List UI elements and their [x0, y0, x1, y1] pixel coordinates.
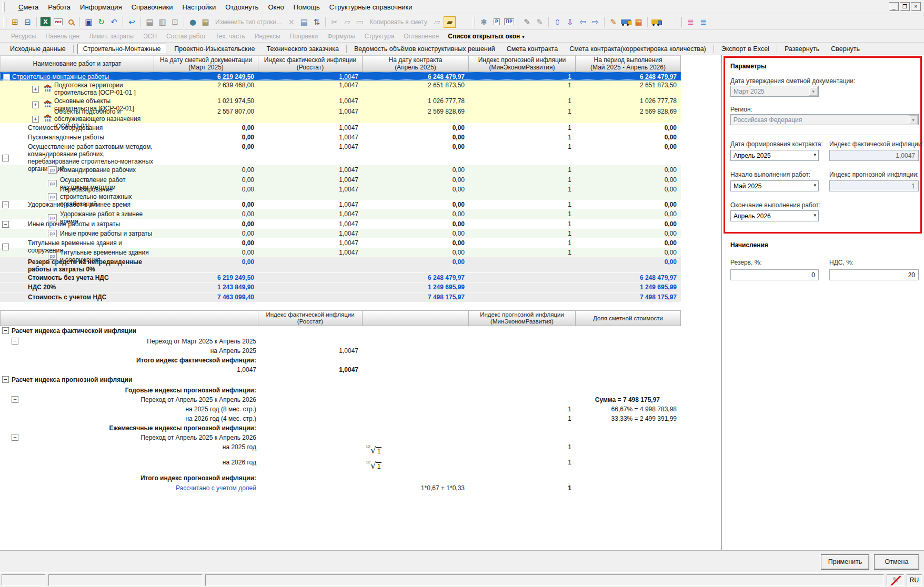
calc-column-header-4[interactable]: Индекс прогнозной инфляции (МинЭкономРаз…: [469, 310, 576, 326]
tab-6[interactable]: Смета контракта: [501, 44, 564, 54]
globe-icon[interactable]: ●: [187, 16, 199, 28]
resources-gear-icon[interactable]: ✱: [478, 16, 490, 28]
menu-item-7[interactable]: Окно: [263, 1, 288, 13]
paste-icon[interactable]: ▭: [354, 16, 366, 28]
calc-row[interactable]: на 2026 год (4 мес. стр.)133,33% = 2 499…: [0, 414, 681, 423]
panel-button-8[interactable]: Поправки: [285, 32, 323, 41]
expand-toggle[interactable]: −: [12, 338, 18, 345]
calc-column-header-1[interactable]: [0, 310, 258, 326]
calc-row[interactable]: на Апрель 20251,0047: [0, 346, 681, 356]
expand-toggle[interactable]: −: [12, 434, 18, 441]
open-windows-button[interactable]: Список открытых окон▾: [444, 32, 529, 41]
cancel-button[interactable]: Отмена: [874, 554, 919, 570]
reserve-input[interactable]: 0: [730, 269, 819, 280]
sheet-calc-icon[interactable]: ▤: [298, 16, 310, 28]
calc-row[interactable]: Итого индекс прогнозной инфляции:: [0, 473, 681, 483]
change-row-type-button[interactable]: Изменить тип строки...: [212, 18, 285, 26]
expand-toggle[interactable]: −: [12, 396, 18, 403]
panel-button-6[interactable]: Тех. часть: [210, 32, 249, 41]
work-end-select[interactable]: Апрель 2026 ▾: [730, 210, 819, 221]
calc-row[interactable]: на 2025 год (8 мес. стр.)166,67% = 4 998…: [0, 404, 681, 414]
column-header-5[interactable]: Индекс прогнозной инфляции (МинЭкономРаз…: [469, 55, 576, 72]
edit-norm-icon[interactable]: ✎: [521, 16, 533, 28]
calc-row[interactable]: на 2026 год12√11: [0, 458, 681, 473]
cut-icon[interactable]: ✂: [328, 16, 340, 28]
save-icon[interactable]: ▣: [83, 16, 95, 28]
menu-item-4[interactable]: Справочники: [127, 1, 178, 13]
menu-item-9[interactable]: Структурные справочники: [325, 1, 417, 13]
table-row[interactable]: −Осуществление работ вахтовым методом, к…: [0, 142, 681, 165]
menu-item-5[interactable]: Настройки: [177, 1, 220, 13]
column-header-1[interactable]: Наименование работ и затрат: [0, 55, 154, 72]
expand-toggle[interactable]: +: [32, 86, 39, 93]
calc-row[interactable]: Ежемесячные индексы прогнозной инфляции:: [0, 423, 681, 433]
comment-gear-icon[interactable]: ⊡: [169, 16, 181, 28]
panel-button-4[interactable]: ЭСН: [138, 32, 162, 41]
insert-row-above-icon[interactable]: ⇧: [551, 16, 564, 28]
delete-norm-icon[interactable]: ✎: [534, 16, 546, 28]
refresh-icon[interactable]: ↻: [95, 16, 107, 28]
vat-input[interactable]: 20: [829, 269, 919, 280]
menu-item-2[interactable]: Работа: [43, 1, 75, 13]
menu-item-8[interactable]: Помощь: [289, 1, 325, 13]
contract-date-select[interactable]: Апрель 2025 ▾: [730, 150, 819, 161]
tab-4[interactable]: Технического заказчика: [261, 44, 345, 54]
calc-column-header-2[interactable]: Индекс фактической инфляции (Росстат): [258, 310, 363, 326]
search-icon[interactable]: [65, 16, 77, 28]
copy-icon[interactable]: ▱: [341, 16, 353, 28]
table-row[interactable]: Стоимость без учета НДС6 219 249,506 248…: [0, 273, 681, 282]
tab-3[interactable]: Проектно-Изыскательские: [168, 44, 260, 54]
panel-button-3[interactable]: Лимит. затраты: [84, 32, 138, 41]
books-pink-icon[interactable]: ≣: [685, 16, 697, 28]
undo-block-icon[interactable]: ↩: [126, 16, 138, 28]
menu-item-1[interactable]: Смета: [14, 1, 43, 13]
undo-icon[interactable]: ↶: [108, 16, 120, 28]
calc-row[interactable]: Рассчитано с учетом долей1*0,67 + 1*0,33…: [0, 483, 681, 494]
expand-toggle[interactable]: −: [2, 376, 9, 383]
calc-row[interactable]: −Расчет индекса фактической инфляции: [0, 326, 681, 337]
pencil-ruler-icon[interactable]: ✎: [607, 16, 619, 28]
indent-row-icon[interactable]: ⇨: [589, 16, 601, 28]
row-type-alt-icon[interactable]: ▥: [156, 16, 168, 28]
tab-8[interactable]: Экспорт в Excel: [716, 44, 775, 54]
table-row[interactable]: +Основные объекты строительства [ОСР-02-…: [0, 96, 681, 107]
column-header-2[interactable]: На дату сметной документации (Март 2025): [154, 55, 258, 72]
minimize-button[interactable]: _: [889, 2, 899, 11]
table-row[interactable]: Резерв средств на непредвиденные работы …: [0, 257, 681, 273]
copy-to-estimate-button[interactable]: Копировать в смету: [366, 18, 430, 26]
fact-index-field[interactable]: 1,0047: [829, 150, 919, 161]
calc-column-header-5[interactable]: Доля сметной стоимости: [576, 310, 681, 326]
outdent-row-icon[interactable]: ⇦: [577, 16, 589, 28]
restore-button[interactable]: ❐: [900, 2, 910, 11]
table-row[interactable]: −Строительно-монтажные работы6 219 249,5…: [0, 72, 681, 80]
table-row[interactable]: НДС 20%1 243 849,901 249 695,991 249 695…: [0, 282, 681, 292]
tree-structure-icon[interactable]: ⊞: [9, 16, 21, 28]
calc-row[interactable]: −Переход от Март 2025 к Апрель 2025: [0, 337, 681, 346]
table-row[interactable]: ррПеребазирование строительно-монтажных …: [0, 185, 681, 200]
expand-toggle[interactable]: −: [2, 327, 9, 334]
tree-add-icon[interactable]: ⊟: [22, 16, 34, 28]
panel-button-10[interactable]: Структура: [359, 32, 399, 41]
language-indicator[interactable]: RU: [907, 574, 922, 586]
table-row[interactable]: ррИные прочие работы и затраты0,001,0047…: [0, 229, 681, 238]
table-row[interactable]: ррУдорожание работ в зимнее время0,001,0…: [0, 209, 681, 219]
region-select[interactable]: Российская Федерация ▾: [730, 114, 919, 125]
menu-item-6[interactable]: Отдохнуть: [220, 1, 263, 13]
table-row[interactable]: Стоимость оборудования0,001,00470,0010,0…: [0, 123, 681, 133]
bricks-icon[interactable]: ▦: [632, 16, 645, 28]
work-start-select[interactable]: Май 2025 ▾: [730, 180, 819, 191]
expand-toggle[interactable]: +: [32, 116, 39, 123]
table-row[interactable]: −Иные прочие работы и затраты0,001,00470…: [0, 219, 681, 229]
tab-10[interactable]: Свернуть: [825, 44, 866, 54]
insert-row-below-icon[interactable]: ⇩: [564, 16, 576, 28]
paste-sheet-icon[interactable]: ▰: [444, 16, 456, 28]
prognoz-index-field[interactable]: 1: [829, 180, 919, 191]
panel-button-11[interactable]: Оглавление: [399, 32, 444, 41]
menu-item-3[interactable]: Информация: [75, 1, 127, 13]
calculated-with-shares-link[interactable]: Рассчитано с учетом долей: [176, 484, 256, 492]
calc-row[interactable]: −Переход от Апрель 2025 к Апрель 2026: [0, 433, 681, 442]
blocks-icon[interactable]: ▦: [199, 16, 212, 28]
column-header-3[interactable]: Индекс фактической инфляции (Росстат): [258, 55, 363, 72]
calc-row[interactable]: −Переход от Апрель 2025 к Апрель 2026Сум…: [0, 395, 681, 404]
calc-row[interactable]: Годовые индексы прогнозной инфляции:: [0, 386, 681, 395]
